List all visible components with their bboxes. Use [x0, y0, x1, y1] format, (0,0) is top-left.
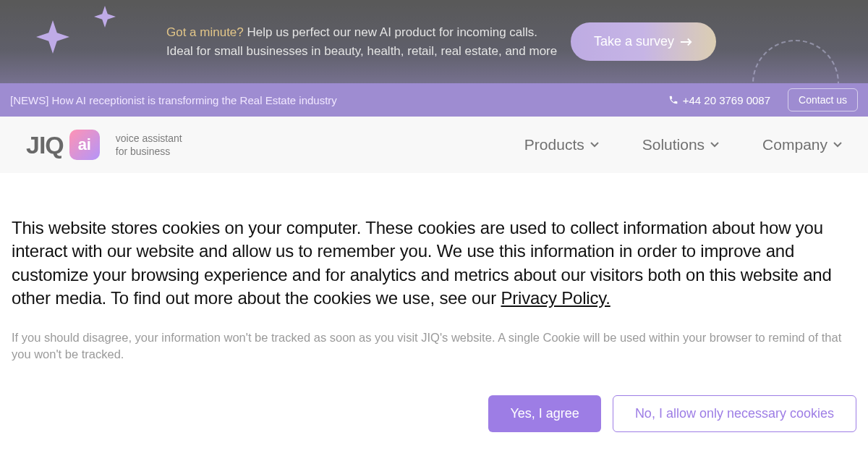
chevron-down-icon: [710, 142, 719, 148]
promo-text: Got a minute? Help us perfect our new AI…: [166, 23, 557, 60]
take-survey-button[interactable]: Take a survey: [571, 22, 716, 61]
chevron-down-icon: [833, 142, 842, 148]
nav-items: Products Solutions Company: [524, 136, 842, 153]
promo-banner: Got a minute? Help us perfect our new AI…: [0, 0, 868, 83]
privacy-policy-link[interactable]: Privacy Policy.: [501, 288, 610, 308]
logo-badge: ai: [69, 130, 100, 160]
cookie-sub-text: If you should disagree, your information…: [12, 329, 856, 364]
main-nav: JIQ ai voice assistant for business Prod…: [0, 117, 868, 173]
survey-button-label: Take a survey: [594, 34, 674, 49]
logo-text: JIQ: [26, 131, 64, 159]
chevron-down-icon: [590, 142, 599, 148]
decorative-circle: [752, 40, 839, 83]
phone-number[interactable]: +44 20 3769 0087: [668, 94, 770, 106]
promo-line2: Ideal for small businesses in beauty, he…: [166, 44, 557, 58]
sparkle-icon: [36, 20, 69, 54]
news-bar: [NEWS] How AI receptionist is transformi…: [0, 83, 868, 117]
agree-button[interactable]: Yes, I agree: [488, 395, 600, 432]
cookie-actions: Yes, I agree No, I allow only necessary …: [12, 395, 856, 432]
promo-line1: Help us perfect our new AI product for i…: [244, 25, 537, 39]
logo-subtitle: voice assistant for business: [116, 132, 182, 158]
news-link[interactable]: [NEWS] How AI receptionist is transformi…: [10, 94, 668, 106]
promo-highlight: Got a minute?: [166, 25, 244, 39]
cookie-body: This website stores cookies on your comp…: [12, 218, 832, 308]
logo[interactable]: JIQ ai voice assistant for business: [26, 130, 182, 160]
phone-icon: [668, 95, 678, 105]
nav-label: Solutions: [642, 136, 705, 153]
cookie-consent-modal: This website stores cookies on your comp…: [0, 173, 868, 451]
nav-solutions[interactable]: Solutions: [642, 136, 719, 153]
arrow-right-icon: [680, 37, 693, 47]
cookie-main-text: This website stores cookies on your comp…: [12, 216, 856, 311]
nav-products[interactable]: Products: [524, 136, 599, 153]
nav-company[interactable]: Company: [762, 136, 842, 153]
nav-label: Company: [762, 136, 827, 153]
sparkle-icon: [94, 6, 116, 28]
nav-label: Products: [524, 136, 584, 153]
phone-text: +44 20 3769 0087: [683, 94, 770, 106]
contact-us-button[interactable]: Contact us: [788, 88, 858, 111]
logo-sub-line1: voice assistant: [116, 132, 182, 145]
logo-sub-line2: for business: [116, 145, 182, 158]
decline-button[interactable]: No, I allow only necessary cookies: [613, 395, 856, 432]
